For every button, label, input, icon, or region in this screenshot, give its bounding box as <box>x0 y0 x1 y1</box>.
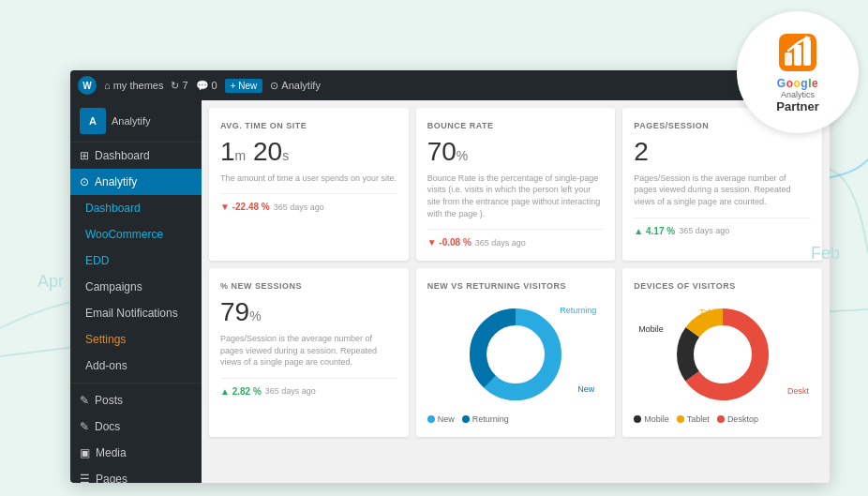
wp-logo: W <box>78 76 97 95</box>
analytify-label: Analytify <box>112 115 151 127</box>
card-new-returning: NEW VS RETURNING VISITORS Returning New <box>416 268 616 437</box>
card-avg-time-days: 365 days ago <box>274 203 324 212</box>
sidebar-item-edd[interactable]: EDD <box>70 248 202 274</box>
svg-rect-5 <box>803 39 811 66</box>
card-new-returning-legend: New Returning <box>427 414 605 424</box>
bg-label-apr: Apr <box>37 272 64 292</box>
card-bounce-change: ▼ -0.08 % <box>427 237 471 248</box>
desktop-label: Deskt <box>787 386 809 396</box>
legend-dot-new <box>427 415 435 423</box>
card-new-sessions: % NEW SESSIONS 79% Pages/Session is the … <box>209 268 409 437</box>
legend-desktop: Desktop <box>717 414 758 424</box>
card-avg-time-value: 1m 20s <box>220 138 397 167</box>
cards-grid: AVG. TIME ON SITE 1m 20s The amount of t… <box>202 100 830 444</box>
sidebar: A Analytify ⊞ Dashboard ⊙ Analytify Dash… <box>70 100 202 483</box>
sidebar-item-woocommerce[interactable]: WooCommerce <box>70 221 202 248</box>
wp-bar-site[interactable]: ⌂ my themes <box>104 80 163 91</box>
ga-logo-icon <box>777 32 818 73</box>
legend-dot-mobile <box>634 415 641 423</box>
comments-icon: 💬 <box>196 80 209 92</box>
returning-label: Returning <box>560 306 596 315</box>
sidebar-item-email-notif[interactable]: Email Notifications <box>70 300 202 326</box>
docs-icon: ✎ <box>80 420 89 433</box>
legend-new: New <box>427 414 455 424</box>
legend-dot-returning <box>462 415 470 423</box>
card-new-sessions-value: 79% <box>220 298 397 327</box>
card-avg-time-footer: ▼ -22.48 % 365 days ago <box>220 193 397 212</box>
sidebar-item-analytify[interactable]: ⊙ Analytify <box>70 169 202 195</box>
card-pages-desc: Pages/Session is the average number of p… <box>634 173 811 208</box>
card-new-returning-title: NEW VS RETURNING VISITORS <box>427 281 605 291</box>
bg-label-feb: Feb <box>811 244 840 263</box>
card-new-sessions-footer: ▲ 2.82 % 365 days ago <box>220 378 397 397</box>
wp-bar-plugin[interactable]: ⊙ Analytify <box>270 80 321 92</box>
card-avg-time-title: AVG. TIME ON SITE <box>220 121 397 130</box>
media-icon: ▣ <box>80 446 90 459</box>
sidebar-item-media[interactable]: ▣ Media <box>70 440 202 466</box>
legend-dot-desktop <box>717 415 725 423</box>
card-devices-legend: Mobile Tablet Desktop <box>634 414 811 424</box>
wp-bar-updates[interactable]: ↻ 7 <box>171 80 187 92</box>
sidebar-item-settings[interactable]: Settings <box>70 326 202 353</box>
card-devices-chart: Tablet Mobile Deskt <box>634 298 811 411</box>
card-devices: DEVICES OF VISITORS Tablet Mo <box>622 268 822 437</box>
svg-point-9 <box>489 328 542 381</box>
legend-tablet: Tablet <box>677 414 710 424</box>
card-bounce-title: BOUNCE RATE <box>427 121 605 130</box>
wp-admin-bar: W ⌂ my themes ↻ 7 💬 0 + New ⊙ Analytify … <box>70 70 830 100</box>
card-new-sessions-desc: Pages/Session is the average number of p… <box>220 333 397 368</box>
analytify-logo-icon: A <box>80 108 106 134</box>
plugin-icon: ⊙ <box>270 80 278 92</box>
card-new-sessions-days: 365 days ago <box>265 386 316 396</box>
ga-badge: Google Analytics Partner <box>737 11 859 133</box>
new-label: New <box>577 384 594 394</box>
browser-window: W ⌂ my themes ↻ 7 💬 0 + New ⊙ Analytify … <box>70 70 830 483</box>
card-avg-time: AVG. TIME ON SITE 1m 20s The amount of t… <box>209 108 409 261</box>
legend-dot-tablet <box>677 415 684 423</box>
posts-icon: ✎ <box>80 394 89 407</box>
card-bounce-rate: BOUNCE RATE 70% Bounce Rate is the perce… <box>416 108 616 261</box>
card-new-returning-chart: Returning New <box>427 298 605 411</box>
sidebar-item-addons[interactable]: Add-ons <box>70 353 202 379</box>
sidebar-item-sub-dashboard[interactable]: Dashboard <box>70 195 202 221</box>
mobile-label: Mobile <box>638 324 664 334</box>
svg-point-13 <box>696 328 749 381</box>
tablet-label: Tablet <box>699 308 722 317</box>
ga-partner-text: Partner <box>776 99 819 113</box>
analytify-icon: ⊙ <box>80 175 89 188</box>
legend-returning: Returning <box>462 414 509 424</box>
sidebar-item-posts[interactable]: ✎ Posts <box>70 387 202 413</box>
wp-bar-new[interactable]: + New <box>225 79 263 93</box>
card-pages-days: 365 days ago <box>679 226 729 235</box>
card-pages-value: 2 <box>634 138 811 167</box>
card-new-sessions-change: ▲ 2.82 % <box>220 386 262 397</box>
card-avg-time-change: ▼ -22.48 % <box>220 202 270 212</box>
svg-rect-4 <box>794 45 801 66</box>
dashboard-icon: ⊞ <box>80 149 89 162</box>
ga-analytics-text: Analytics <box>781 90 815 99</box>
wp-bar-comments[interactable]: 💬 0 <box>196 80 217 92</box>
sidebar-divider-1 <box>70 383 202 383</box>
card-bounce-value: 70% <box>427 138 605 167</box>
sidebar-item-docs[interactable]: ✎ Docs <box>70 413 202 440</box>
svg-rect-3 <box>785 53 792 66</box>
home-icon: ⌂ <box>104 80 111 91</box>
pages-icon: ☰ <box>80 473 90 483</box>
card-new-sessions-title: % NEW SESSIONS <box>220 281 397 291</box>
card-avg-time-desc: The amount of time a user spends on your… <box>220 173 397 185</box>
ga-google-text: Google <box>777 77 818 90</box>
sidebar-item-pages[interactable]: ☰ Pages <box>70 466 202 483</box>
card-pages-footer: ▲ 4.17 % 365 days ago <box>634 218 811 236</box>
app-wrapper: Apr Feb Google Analytics Partner W ⌂ <box>0 0 868 496</box>
card-bounce-footer: ▼ -0.08 % 365 days ago <box>427 229 605 248</box>
sidebar-logo: A Analytify <box>70 100 202 143</box>
card-bounce-days: 365 days ago <box>475 238 526 248</box>
legend-mobile: Mobile <box>634 414 669 424</box>
content-area: AVG. TIME ON SITE 1m 20s The amount of t… <box>202 100 830 483</box>
card-bounce-desc: Bounce Rate is the percentage of single-… <box>427 173 605 219</box>
sidebar-item-campaigns[interactable]: Campaigns <box>70 274 202 300</box>
sidebar-item-dashboard[interactable]: ⊞ Dashboard <box>70 143 202 169</box>
main-area: A Analytify ⊞ Dashboard ⊙ Analytify Dash… <box>70 100 830 483</box>
updates-icon: ↻ <box>171 80 179 92</box>
card-devices-title: DEVICES OF VISITORS <box>634 281 811 291</box>
